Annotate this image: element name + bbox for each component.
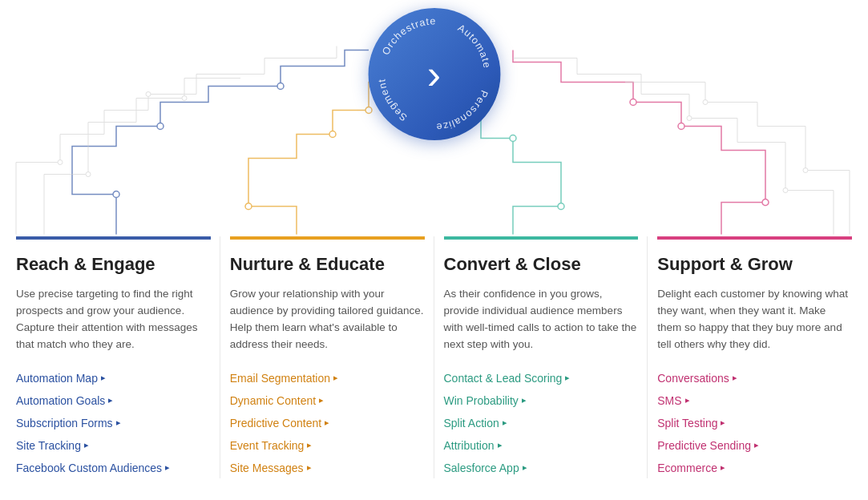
svg-point-7 <box>510 135 516 142</box>
link-conversations[interactable]: Conversations <box>657 368 737 389</box>
list-item: Split Action <box>444 413 639 433</box>
col-links-support: Conversations SMS Split Testing Predicti… <box>657 368 852 478</box>
svg-point-11 <box>630 99 636 106</box>
list-item: Event Tracking <box>230 435 425 456</box>
list-item: Facebook Custom Audiences <box>16 458 211 478</box>
list-item: Attribution <box>444 435 639 456</box>
list-item: Contact & Lead Scoring <box>444 368 639 389</box>
list-item: Predictive Sending <box>657 435 852 456</box>
link-split-action[interactable]: Split Action <box>444 413 507 433</box>
svg-point-14 <box>58 160 63 165</box>
link-facebook-custom-audiences[interactable]: Facebook Custom Audiences <box>16 458 170 478</box>
col-border-pink <box>657 236 852 240</box>
col-title-support: Support & Grow <box>657 254 852 275</box>
svg-text:Segment: Segment <box>376 78 409 123</box>
col-title-convert: Convert & Close <box>444 254 639 275</box>
list-item: SMS <box>657 390 852 411</box>
page-wrapper: › Orchestrate Automate <box>0 0 868 500</box>
col-links-convert: Contact & Lead Scoring Win Probability S… <box>444 368 639 478</box>
list-item: Subscription Forms <box>16 413 211 433</box>
link-email-segmentation[interactable]: Email Segmentation <box>230 368 338 389</box>
col-desc-convert: As their confidence in you grows, provid… <box>444 286 639 353</box>
column-convert-close: Convert & Close As their confidence in y… <box>434 236 648 478</box>
link-site-tracking[interactable]: Site Tracking <box>16 435 89 456</box>
diagram-area: › Orchestrate Automate <box>0 0 868 240</box>
col-links-reach: Automation Map Automation Goals Subscrip… <box>16 368 211 478</box>
svg-point-1 <box>157 123 164 130</box>
svg-point-10 <box>678 123 684 130</box>
link-win-probability[interactable]: Win Probability <box>444 390 527 411</box>
svg-point-4 <box>329 131 336 138</box>
svg-point-3 <box>245 204 252 210</box>
link-event-tracking[interactable]: Event Tracking <box>230 435 313 456</box>
col-border-blue <box>16 236 211 240</box>
list-item: Split Testing <box>657 413 852 433</box>
svg-text:Orchestrate: Orchestrate <box>380 15 436 57</box>
list-item: Win Probability <box>444 390 639 411</box>
link-dynamic-content[interactable]: Dynamic Content <box>230 390 324 411</box>
link-contact-lead-scoring[interactable]: Contact & Lead Scoring <box>444 368 571 389</box>
list-item: Predictive Content <box>230 413 425 433</box>
link-ecommerce[interactable]: Ecommerce <box>657 458 725 478</box>
svg-text:Automate: Automate <box>455 22 492 70</box>
col-title-nurture: Nurture & Educate <box>230 254 425 275</box>
col-links-nurture: Email Segmentation Dynamic Content Predi… <box>230 368 425 478</box>
column-nurture-educate: Nurture & Educate Grow your relationship… <box>220 236 434 478</box>
col-desc-support: Delight each customer by knowing what th… <box>657 286 852 353</box>
svg-point-12 <box>86 172 91 177</box>
svg-point-6 <box>558 204 564 210</box>
column-support-grow: Support & Grow Delight each customer by … <box>648 236 862 478</box>
link-salesforce-app[interactable]: Salesforce App <box>444 458 527 478</box>
svg-text:Personalize: Personalize <box>435 89 490 133</box>
col-border-orange <box>230 236 425 240</box>
svg-point-0 <box>113 192 119 198</box>
col-desc-nurture: Grow your relationship with your audienc… <box>230 286 425 353</box>
link-subscription-forms[interactable]: Subscription Forms <box>16 413 121 433</box>
link-site-messages[interactable]: Site Messages <box>230 458 312 478</box>
svg-point-13 <box>182 96 187 101</box>
link-predictive-sending[interactable]: Predictive Sending <box>657 435 759 456</box>
link-attribution[interactable]: Attribution <box>444 435 503 456</box>
center-circle-inner: › Orchestrate Automate <box>368 8 500 140</box>
list-item: Conversations <box>657 368 852 389</box>
list-item: Automation Map <box>16 368 211 389</box>
link-sms[interactable]: SMS <box>657 390 689 411</box>
center-circle: › Orchestrate Automate <box>368 8 500 140</box>
svg-point-9 <box>762 200 769 206</box>
link-automation-goals[interactable]: Automation Goals <box>16 390 113 411</box>
link-predictive-content[interactable]: Predictive Content <box>230 413 329 433</box>
svg-point-15 <box>146 92 151 97</box>
columns-section: Reach & Engage Use precise targeting to … <box>0 236 868 478</box>
list-item: Salesforce App <box>444 458 639 478</box>
svg-point-19 <box>687 116 692 121</box>
col-border-teal <box>444 236 639 240</box>
list-item: Automation Goals <box>16 390 211 411</box>
list-item: Dynamic Content <box>230 390 425 411</box>
list-item: Ecommerce <box>657 458 852 478</box>
svg-point-16 <box>803 168 808 173</box>
link-automation-map[interactable]: Automation Map <box>16 368 106 389</box>
svg-point-18 <box>783 188 788 193</box>
column-reach-engage: Reach & Engage Use precise targeting to … <box>6 236 220 478</box>
list-item: Email Segmentation <box>230 368 425 389</box>
svg-point-2 <box>277 83 284 90</box>
col-title-reach: Reach & Engage <box>16 254 211 275</box>
svg-point-17 <box>703 100 708 105</box>
list-item: Site Messages <box>230 458 425 478</box>
col-desc-reach: Use precise targeting to find the right … <box>16 286 211 353</box>
link-split-testing[interactable]: Split Testing <box>657 413 725 433</box>
list-item: Site Tracking <box>16 435 211 456</box>
